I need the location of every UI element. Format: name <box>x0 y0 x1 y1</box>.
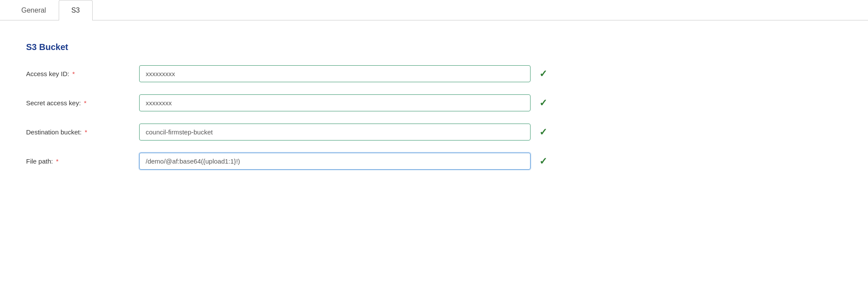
access-key-id-input[interactable] <box>139 65 531 82</box>
input-wrapper-destination-bucket <box>139 124 531 141</box>
page-container: General S3 S3 Bucket Access key ID: * ✓ … <box>0 0 868 308</box>
tab-general[interactable]: General <box>9 0 59 20</box>
form-row-secret-access-key: Secret access key: * ✓ <box>26 94 842 111</box>
tabs-bar: General S3 <box>0 0 868 20</box>
valid-check-destination-bucket: ✓ <box>539 127 547 138</box>
content-area: S3 Bucket Access key ID: * ✓ Secret acce… <box>0 33 868 191</box>
file-path-input[interactable] <box>139 153 531 170</box>
form-row-access-key-id: Access key ID: * ✓ <box>26 65 842 82</box>
destination-bucket-input[interactable] <box>139 124 531 141</box>
valid-check-access-key-id: ✓ <box>539 68 547 80</box>
input-wrapper-file-path <box>139 153 531 170</box>
input-wrapper-access-key-id <box>139 65 531 82</box>
required-star-file-path: * <box>54 157 59 165</box>
required-star-secret-access-key: * <box>82 99 87 107</box>
input-wrapper-secret-access-key <box>139 94 531 111</box>
form-row-file-path: File path: * ✓ <box>26 153 842 170</box>
tab-s3[interactable]: S3 <box>59 0 93 20</box>
valid-check-file-path: ✓ <box>539 156 547 167</box>
form-row-destination-bucket: Destination bucket: * ✓ <box>26 124 842 141</box>
label-destination-bucket: Destination bucket: * <box>26 128 139 136</box>
required-star-destination-bucket: * <box>83 128 87 136</box>
secret-access-key-input[interactable] <box>139 94 531 111</box>
label-file-path: File path: * <box>26 157 139 165</box>
valid-check-secret-access-key: ✓ <box>539 97 547 109</box>
label-secret-access-key: Secret access key: * <box>26 99 139 107</box>
label-access-key-id: Access key ID: * <box>26 70 139 77</box>
section-title: S3 Bucket <box>26 42 842 52</box>
required-star-access-key-id: * <box>70 70 75 77</box>
